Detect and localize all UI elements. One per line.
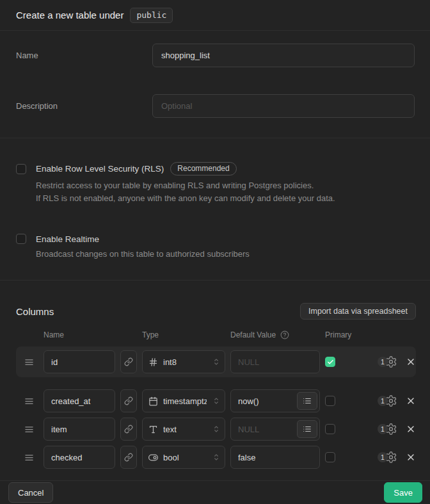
default-value-menu-icon[interactable] [297, 392, 317, 410]
name-label: Name [16, 44, 152, 60]
column-header-type: Type [142, 330, 225, 339]
realtime-description: Broadcast changes on this table to autho… [36, 248, 414, 261]
column-default-cell [230, 389, 320, 412]
dialog-title: Create a new table under [16, 10, 123, 20]
drag-handle-icon[interactable] [24, 425, 34, 434]
table-info-section: Name Description [0, 31, 430, 138]
import-data-button[interactable]: Import data via spreadsheet [300, 303, 416, 320]
remove-column-icon[interactable] [406, 357, 416, 367]
primary-key-checkbox[interactable] [325, 424, 335, 434]
column-settings-button[interactable]: 1 [378, 394, 397, 407]
column-settings-button[interactable]: 1 [378, 451, 397, 464]
primary-key-checkbox[interactable] [325, 396, 335, 406]
chevron-updown-icon [212, 424, 221, 434]
column-header-default: Default Value [230, 330, 276, 339]
column-type-select[interactable]: bool [142, 446, 225, 469]
column-name-input[interactable] [44, 350, 115, 373]
column-settings-button[interactable]: 1 [378, 423, 397, 435]
chevron-updown-icon [212, 357, 221, 367]
columns-list: int8 1 [0, 346, 430, 471]
column-name-input[interactable] [44, 418, 115, 441]
description-label: Description [16, 94, 152, 111]
column-default-input[interactable] [230, 446, 320, 469]
foreign-key-link-icon[interactable] [120, 418, 137, 441]
save-button[interactable]: Save [384, 482, 422, 503]
column-settings-button[interactable]: 1 [378, 355, 397, 368]
realtime-option: Enable Realtime Broadcast changes on thi… [16, 234, 414, 261]
recommended-badge: Recommended [170, 162, 236, 175]
column-default-input[interactable] [230, 350, 320, 373]
columns-title: Columns [16, 306, 54, 317]
rls-description: Restrict access to your table by enablin… [36, 179, 414, 205]
primary-key-checkbox[interactable] [325, 357, 335, 367]
columns-header-row: Name Type Default Value Primary [0, 330, 430, 339]
text-type-icon [148, 425, 158, 434]
column-type-value: text [163, 425, 177, 434]
cancel-button[interactable]: Cancel [8, 482, 53, 503]
settings-count-badge: 1 [378, 452, 388, 462]
create-table-panel: Create a new table under public Name Des… [0, 0, 430, 504]
realtime-checkbox[interactable] [16, 234, 26, 244]
column-default-cell [230, 418, 320, 441]
column-row: int8 1 [0, 346, 430, 377]
primary-key-checkbox[interactable] [325, 452, 335, 462]
columns-section: Columns Import data via spreadsheet Name… [0, 280, 430, 481]
schema-badge: public [130, 8, 173, 23]
settings-count-badge: 1 [378, 396, 388, 406]
foreign-key-link-icon[interactable] [120, 350, 137, 373]
rls-label: Enable Row Level Security (RLS) [36, 164, 164, 174]
description-field-row: Description [16, 94, 415, 118]
dialog-header: Create a new table under public [0, 0, 430, 31]
foreign-key-link-icon[interactable] [120, 389, 137, 412]
table-options-section: Enable Row Level Security (RLS) Recommen… [0, 138, 430, 280]
table-name-input[interactable] [152, 44, 415, 67]
dialog-footer: Cancel Save [0, 481, 430, 504]
column-type-value: int8 [163, 357, 177, 367]
remove-column-icon[interactable] [406, 396, 416, 406]
realtime-label: Enable Realtime [36, 234, 99, 244]
calendar-icon [148, 396, 158, 406]
column-type-value: bool [163, 453, 179, 462]
column-type-value: timestamptz [163, 396, 207, 406]
remove-column-icon[interactable] [406, 452, 416, 462]
column-type-select[interactable]: text [142, 418, 225, 441]
remove-column-icon[interactable] [406, 424, 416, 434]
column-type-select[interactable]: int8 [142, 350, 225, 373]
table-description-input[interactable] [152, 94, 415, 118]
chevron-updown-icon [212, 452, 221, 462]
foreign-key-link-icon[interactable] [120, 446, 137, 469]
toggle-icon [148, 453, 158, 462]
column-row: text 1 [0, 415, 430, 443]
column-type-select[interactable]: timestamptz [142, 389, 225, 412]
help-circle-icon[interactable] [280, 330, 289, 339]
default-value-menu-icon[interactable] [297, 420, 317, 438]
column-row: bool 1 [0, 443, 430, 471]
column-header-primary: Primary [325, 330, 335, 339]
check-icon [327, 359, 334, 366]
rls-option: Enable Row Level Security (RLS) Recommen… [16, 162, 414, 205]
drag-handle-icon[interactable] [24, 396, 34, 406]
name-field-row: Name [16, 44, 415, 67]
rls-checkbox[interactable] [16, 164, 26, 174]
drag-handle-icon[interactable] [24, 357, 34, 367]
hash-icon [148, 357, 158, 367]
settings-count-badge: 1 [378, 357, 388, 367]
column-default-cell [230, 350, 320, 373]
column-name-input[interactable] [44, 389, 115, 412]
drag-handle-icon[interactable] [24, 453, 34, 462]
chevron-updown-icon [212, 396, 221, 406]
settings-count-badge: 1 [378, 424, 388, 434]
column-name-input[interactable] [44, 446, 115, 469]
column-default-cell [230, 446, 320, 469]
column-header-name: Name [44, 330, 115, 339]
column-row: timestamptz 1 [0, 387, 430, 415]
